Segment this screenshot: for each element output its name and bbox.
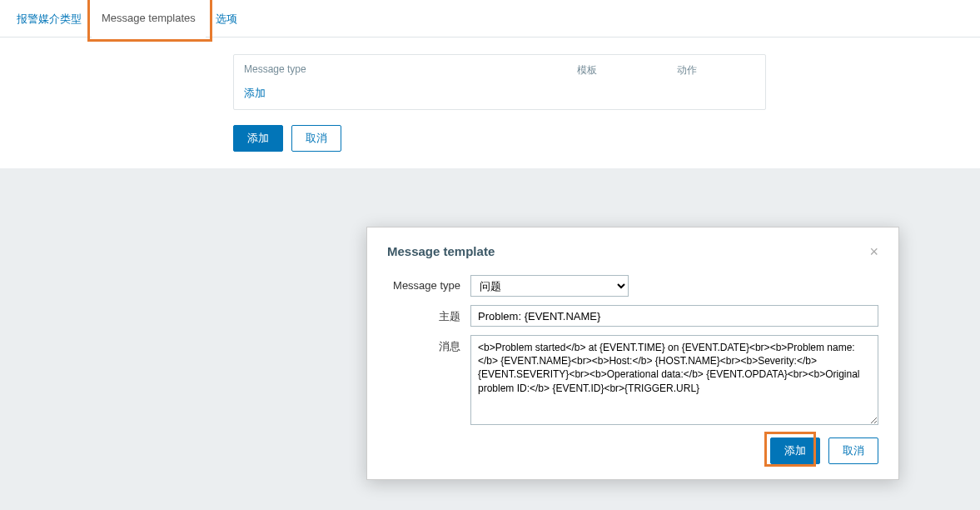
th-message-type: Message type	[244, 63, 577, 78]
add-template-link[interactable]: 添加	[244, 87, 266, 99]
th-template: 模板	[577, 63, 677, 78]
modal-cancel-button[interactable]: 取消	[828, 438, 878, 464]
tab-media-type[interactable]: 报警媒介类型	[0, 0, 92, 37]
close-icon[interactable]: ×	[869, 244, 878, 259]
message-textarea[interactable]: <b>Problem started</b> at {EVENT.TIME} o…	[470, 335, 878, 425]
label-subject: 主题	[387, 305, 470, 324]
tab-options[interactable]: 选项	[206, 0, 247, 37]
message-template-modal: Message template × Message type 问题 主题 消息…	[366, 227, 899, 480]
add-button[interactable]: 添加	[233, 125, 283, 152]
cancel-button[interactable]: 取消	[291, 125, 341, 152]
message-type-select[interactable]: 问题	[470, 275, 629, 297]
tab-message-templates[interactable]: Message templates	[92, 0, 206, 38]
label-message-type: Message type	[387, 275, 470, 292]
th-action: 动作	[677, 63, 744, 78]
subject-input[interactable]	[470, 305, 878, 327]
modal-title: Message template	[387, 244, 495, 258]
modal-add-button[interactable]: 添加	[770, 438, 820, 464]
label-message: 消息	[387, 335, 470, 354]
templates-table: Message type 模板 动作 添加	[233, 54, 766, 110]
tabs-bar: 报警媒介类型 Message templates 选项	[0, 0, 980, 38]
